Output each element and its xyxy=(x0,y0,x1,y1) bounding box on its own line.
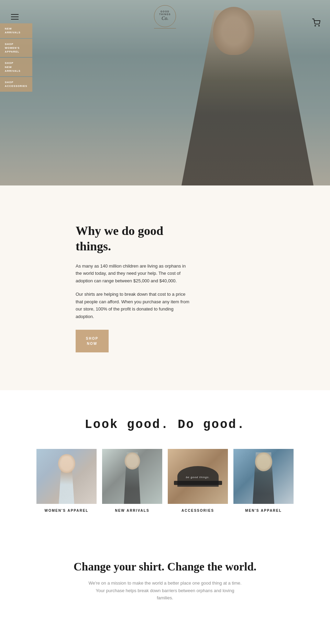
logo-text-mid: Co. xyxy=(162,16,168,21)
mission-paragraph2: Our shirts are helping to break down tha… xyxy=(76,291,192,320)
product-label-accessories: ACCESSORIES xyxy=(182,509,214,512)
sidebar-label: SHOPWOMEN'SAPPAREL xyxy=(5,42,28,54)
logo-text-top: GOOD THINGS xyxy=(154,10,176,16)
logo[interactable]: GOOD THINGS Co. xyxy=(154,5,176,29)
sidebar-nav: NEWARRIVALS SHOPWOMEN'SAPPAREL SHOPNEWAR… xyxy=(0,23,32,92)
product-item-newarrivals[interactable]: NEW ARRIVALS xyxy=(102,449,162,512)
mission-title: Why we do good things. xyxy=(76,223,192,254)
mission-section: Why we do good things. As many as 140 mi… xyxy=(0,185,330,390)
product-image-accessories: be good things. xyxy=(168,449,228,504)
svg-point-0 xyxy=(315,25,316,26)
product-label-mens: MEN'S APPAREL xyxy=(245,509,282,512)
cart-button[interactable] xyxy=(312,19,320,29)
sidebar-label: SHOPNEWARRIVALS xyxy=(5,61,28,73)
sidebar-item-accessories[interactable]: SHOPACCESSORIES xyxy=(0,77,32,92)
product-item-accessories[interactable]: be good things. ACCESSORIES xyxy=(168,449,228,512)
product-label-womens: WOMEN'S APPAREL xyxy=(45,509,89,512)
change-section: Change your shirt. Change the world. We'… xyxy=(0,533,330,644)
sidebar-item-new-arrivals-shop[interactable]: SHOPNEWARRIVALS xyxy=(0,58,32,76)
sidebar-item-womens-apparel[interactable]: SHOPWOMEN'SAPPAREL xyxy=(0,39,32,57)
product-item-mens[interactable]: MEN'S APPAREL xyxy=(233,449,294,512)
product-grid: WOMEN'S APPAREL NEW ARRIVALS be good thi… xyxy=(17,449,313,512)
product-image-womens xyxy=(36,449,97,504)
product-label-newarrivals: NEW ARRIVALS xyxy=(115,509,149,512)
cart-icon xyxy=(312,19,320,27)
hamburger-button[interactable] xyxy=(10,13,20,21)
mission-paragraph1: As many as 140 million children are livi… xyxy=(76,262,192,284)
svg-point-1 xyxy=(319,25,319,26)
sidebar-label: SHOPACCESSORIES xyxy=(5,80,28,88)
product-image-mens xyxy=(233,449,294,504)
product-image-newarrivals xyxy=(102,449,162,504)
product-item-womens[interactable]: WOMEN'S APPAREL xyxy=(36,449,97,512)
header: GOOD THINGS Co. xyxy=(0,0,330,33)
change-body: We're on a mission to make the world a b… xyxy=(88,579,242,601)
products-section: Look good. Do good. WOMEN'S APPAREL NEW … xyxy=(0,390,330,533)
change-title: Change your shirt. Change the world. xyxy=(14,561,316,573)
shop-now-button[interactable]: SHOPNOW xyxy=(76,330,109,352)
products-title: Look good. Do good. xyxy=(17,418,313,432)
